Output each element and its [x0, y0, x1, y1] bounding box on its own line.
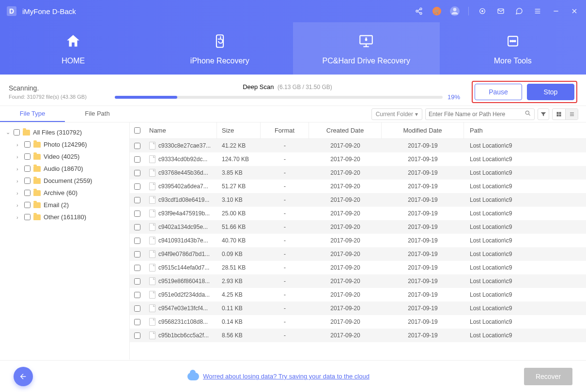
- tree-checkbox[interactable]: [24, 166, 31, 172]
- search-input[interactable]: [429, 111, 524, 118]
- stop-button[interactable]: Stop: [527, 84, 574, 100]
- table-row[interactable]: c9547e03e13fcf4...0.11 KB-2017-09-202017…: [130, 302, 586, 315]
- tree-checkbox[interactable]: [24, 178, 31, 184]
- target-icon[interactable]: [478, 6, 487, 16]
- filter-button[interactable]: [538, 108, 549, 120]
- folder-dropdown[interactable]: Current Folder ▾: [371, 108, 422, 120]
- table-row[interactable]: c9568231c108d8...0.14 KB-2017-09-202017-…: [130, 315, 586, 329]
- folder-icon: [33, 178, 41, 184]
- scan-status: Scanning. Found: 310792 file(s) (43.38 G…: [9, 84, 103, 100]
- tree-checkbox[interactable]: [24, 141, 31, 148]
- row-checkbox[interactable]: [134, 278, 140, 285]
- table-row[interactable]: c9402a134dc95e...51.66 KB-2017-09-202017…: [130, 220, 586, 234]
- th-path[interactable]: Path: [464, 122, 586, 138]
- tab-label: More Tools: [494, 57, 532, 65]
- search-box[interactable]: [425, 108, 535, 120]
- pause-button[interactable]: Pause: [475, 84, 522, 100]
- table-row[interactable]: c9330c8e27cae37...41.22 KB-2017-09-20201…: [130, 139, 586, 152]
- feedback-icon[interactable]: [514, 6, 524, 16]
- table-row[interactable]: c95b1bcb6cc5a2f...8.56 KB-2017-09-202017…: [130, 329, 586, 342]
- file-size: 0.14 KB: [217, 315, 261, 329]
- file-size: 2.93 KB: [217, 274, 261, 288]
- th-created[interactable]: Created Date: [309, 122, 382, 138]
- tree-node[interactable]: ›Audio (18670): [5, 163, 124, 175]
- tree-node[interactable]: ›Document (2559): [5, 175, 124, 187]
- row-checkbox[interactable]: [134, 211, 140, 217]
- file-modified: 2017-09-19: [382, 220, 464, 234]
- select-all-checkbox[interactable]: [134, 127, 140, 134]
- svg-point-0: [420, 8, 422, 10]
- file-modified: 2017-09-19: [382, 180, 464, 193]
- table-row[interactable]: c9519e86f860418...2.93 KB-2017-09-202017…: [130, 274, 586, 288]
- row-checkbox[interactable]: [134, 332, 140, 339]
- close-icon[interactable]: [570, 6, 579, 16]
- file-format: -: [261, 288, 309, 302]
- folder-icon: [23, 130, 30, 136]
- row-checkbox[interactable]: [134, 183, 140, 190]
- table-row[interactable]: c9515c144efa0d7...28.51 KB-2017-09-20201…: [130, 261, 586, 274]
- subtab-file-type[interactable]: File Type: [0, 106, 65, 122]
- menu-icon[interactable]: [533, 6, 542, 16]
- file-name: c94f9e0786d7bd1...: [158, 251, 210, 257]
- grid-view-button[interactable]: [553, 109, 565, 120]
- row-checkbox[interactable]: [134, 251, 140, 257]
- table-row[interactable]: c93cdf1d08e6419...3.10 KB-2017-09-202017…: [130, 193, 586, 207]
- tree-checkbox[interactable]: [14, 129, 20, 136]
- row-checkbox[interactable]: [134, 305, 140, 312]
- recover-button[interactable]: Recover: [524, 368, 572, 385]
- row-checkbox[interactable]: [134, 238, 140, 244]
- cloud-link[interactable]: Worred about losing data? Try saving you…: [203, 373, 370, 380]
- tree-node[interactable]: ›Archive (60): [5, 187, 124, 199]
- sub-bar: File Type File Path Current Folder ▾: [0, 106, 586, 122]
- avatar-icon[interactable]: [450, 6, 460, 16]
- row-checkbox[interactable]: [134, 156, 140, 163]
- tab-pc-recovery[interactable]: PC&Hard Drive Recovery: [293, 22, 440, 75]
- table-row[interactable]: c94f9e0786d7bd1...0.09 KB-2017-09-202017…: [130, 247, 586, 261]
- th-modified[interactable]: Modified Date: [382, 122, 464, 138]
- tree-checkbox[interactable]: [24, 202, 31, 208]
- share-icon[interactable]: [414, 6, 424, 16]
- row-checkbox[interactable]: [134, 224, 140, 230]
- subtab-file-path[interactable]: File Path: [65, 106, 130, 122]
- table-row[interactable]: c951e0d2f234dda...4.25 KB-2017-09-202017…: [130, 288, 586, 302]
- table-row[interactable]: c93334cd0b92dc...124.70 KB-2017-09-20201…: [130, 152, 586, 166]
- tree-node[interactable]: ›Video (4025): [5, 151, 124, 163]
- tree-checkbox[interactable]: [24, 153, 31, 160]
- minimize-icon[interactable]: [551, 6, 561, 16]
- mail-icon[interactable]: [496, 6, 506, 16]
- row-checkbox[interactable]: [134, 143, 140, 149]
- th-name[interactable]: Name: [144, 122, 217, 138]
- row-checkbox[interactable]: [134, 319, 140, 325]
- svg-point-24: [525, 111, 529, 114]
- svg-rect-26: [557, 112, 559, 114]
- row-checkbox[interactable]: [134, 197, 140, 203]
- tree-root[interactable]: ⌄ All Files (310792): [5, 126, 124, 138]
- back-button[interactable]: [14, 367, 33, 386]
- tab-iphone-recovery[interactable]: iPhone Recovery: [147, 22, 293, 75]
- tree-node[interactable]: ›Other (161180): [5, 211, 124, 223]
- tree-node[interactable]: ›Photo (124296): [5, 138, 124, 151]
- table-row[interactable]: c93f9e4a475919b...25.00 KB-2017-09-20201…: [130, 207, 586, 220]
- table-row[interactable]: c9410931d43b7e...40.70 KB-2017-09-202017…: [130, 234, 586, 247]
- tree-checkbox[interactable]: [24, 214, 31, 220]
- progress-percent: 19%: [447, 93, 460, 101]
- tree-node[interactable]: ›Email (2): [5, 199, 124, 211]
- list-view-button[interactable]: [565, 109, 578, 120]
- tab-home[interactable]: HOME: [0, 22, 147, 75]
- tree-label: Archive (60): [44, 189, 77, 196]
- th-size[interactable]: Size: [217, 122, 261, 138]
- table-row[interactable]: c93768e445b36d...3.85 KB-2017-09-202017-…: [130, 166, 586, 180]
- row-checkbox[interactable]: [134, 170, 140, 176]
- th-format[interactable]: Format: [261, 122, 309, 138]
- row-checkbox[interactable]: [134, 265, 140, 271]
- cart-icon[interactable]: [432, 7, 441, 15]
- table-row[interactable]: c9395402a6dea7...51.27 KB-2017-09-202017…: [130, 180, 586, 193]
- table-header: Name Size Format Created Date Modified D…: [130, 122, 586, 139]
- file-size: 3.85 KB: [217, 166, 261, 180]
- tab-more-tools[interactable]: More Tools: [440, 22, 586, 75]
- search-icon[interactable]: [524, 110, 531, 118]
- tree-checkbox[interactable]: [24, 190, 31, 196]
- file-format: -: [261, 166, 309, 180]
- file-name: c9547e03e13fcf4...: [158, 305, 208, 312]
- row-checkbox[interactable]: [134, 292, 140, 298]
